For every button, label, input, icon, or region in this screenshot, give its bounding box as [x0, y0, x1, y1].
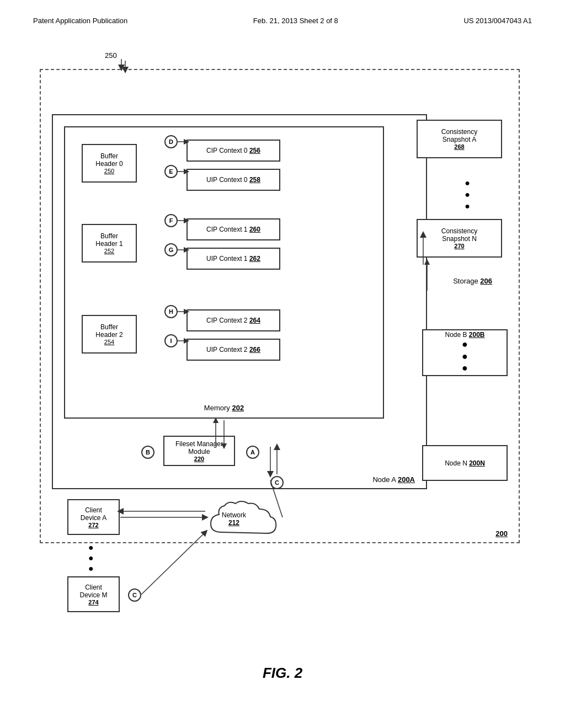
page: Patent Application Publication Feb. 21, …: [0, 0, 565, 728]
circle-f: F: [164, 214, 178, 227]
network-cloud: Network212: [205, 499, 282, 545]
consistency-snapshot-n-box: ConsistencySnapshot N 270: [417, 219, 502, 258]
circle-h: H: [164, 305, 178, 318]
cip-context-0-box: CIP Context 0 256: [186, 140, 280, 162]
uip-context-1-box: UIP Context 1 262: [186, 248, 280, 270]
network-label: Network212: [222, 511, 246, 527]
buffer-header-1: BufferHeader 1 252: [82, 224, 137, 263]
memory-label: Memory 202: [204, 404, 244, 412]
outer-dashed-box: BufferHeader 0 250 BufferHeader 1 252 Bu…: [40, 69, 520, 543]
cip-context-2-box: CIP Context 2 264: [186, 309, 280, 331]
circle-a: A: [246, 446, 259, 459]
circle-i: I: [164, 334, 178, 347]
header-center: Feb. 21, 2013 Sheet 2 of 8: [253, 17, 338, 25]
diagram: 250 BufferHeade: [40, 36, 525, 654]
client-dots: ●●●: [88, 542, 94, 574]
uip-context-2-box: UIP Context 2 266: [186, 339, 280, 361]
header-right: US 2013/0047043 A1: [463, 17, 532, 25]
circle-c2: C: [128, 588, 141, 602]
snapshot-dots: ●●●: [465, 178, 470, 212]
circle-b: B: [141, 446, 154, 459]
header-left: Patent Application Publication: [33, 17, 127, 25]
node-n-box: Node N 200N: [422, 445, 508, 481]
memory-box: BufferHeader 0 250 BufferHeader 1 252 Bu…: [64, 126, 384, 419]
buffer-header-0: BufferHeader 0 250: [82, 144, 137, 183]
buffer-header-2: BufferHeader 2 254: [82, 315, 137, 354]
circle-g: G: [164, 243, 178, 256]
consistency-snapshot-a-box: ConsistencySnapshot A 268: [417, 120, 502, 158]
storage-label: Storage 206: [453, 277, 492, 285]
uip-context-0-box: UIP Context 0 258: [186, 169, 280, 191]
node-b-box: Node B 200B ●●●: [422, 329, 508, 376]
fileset-manager-box: Fileset ManagerModule 220: [163, 436, 235, 466]
node-a-label: Node A 200A: [372, 475, 415, 484]
header: Patent Application Publication Feb. 21, …: [33, 17, 532, 25]
client-device-m-box: ClientDevice M 274: [67, 576, 120, 612]
node-a-box: BufferHeader 0 250 BufferHeader 1 252 Bu…: [52, 114, 427, 489]
cip-context-1-box: CIP Context 1 260: [186, 218, 280, 240]
circle-e: E: [164, 165, 178, 178]
circle-d: D: [164, 135, 178, 148]
cluster-ref: 200: [495, 529, 508, 538]
ref-250-label: 250: [105, 51, 117, 60]
figure-caption: FIG. 2: [33, 665, 532, 682]
circle-c1: C: [270, 476, 284, 489]
client-device-a-box: ClientDevice A 272: [67, 499, 120, 535]
